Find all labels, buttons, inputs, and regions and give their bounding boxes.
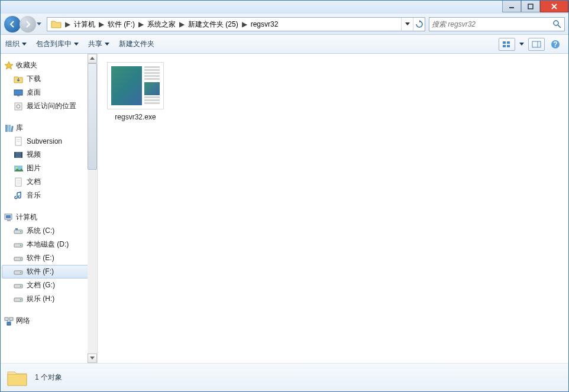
- libraries-icon: [4, 124, 14, 133]
- svg-rect-5: [507, 41, 510, 44]
- svg-rect-22: [14, 152, 22, 158]
- svg-rect-18: [11, 125, 13, 131]
- document-icon: [14, 137, 23, 146]
- chevron-down-icon: [74, 43, 79, 46]
- refresh-button[interactable]: [413, 18, 425, 31]
- maximize-button[interactable]: [521, 1, 540, 12]
- share-menu[interactable]: 共享: [88, 39, 109, 49]
- sidebar-item-drive-e[interactable]: 软件 (E:): [2, 251, 93, 265]
- minimize-button[interactable]: [502, 1, 521, 12]
- video-icon: [14, 150, 23, 160]
- include-in-library-menu[interactable]: 包含到库中: [36, 39, 79, 49]
- sidebar-item-drive-g[interactable]: 文档 (G:): [2, 278, 93, 292]
- file-thumbnail: [107, 62, 164, 109]
- svg-point-42: [20, 272, 21, 273]
- sidebar-item-drive-d[interactable]: 本地磁盘 (D:): [2, 238, 93, 251]
- star-icon: [4, 61, 14, 70]
- svg-rect-1: [528, 4, 533, 9]
- sidebar-item-drive-h[interactable]: 娱乐 (H:): [2, 292, 93, 306]
- address-bar[interactable]: ▶ 计算机 ▶ 软件 (F:) ▶ 系统之家 ▶ 新建文件夹 (25) ▶ re…: [47, 17, 425, 31]
- organize-menu[interactable]: 组织: [5, 39, 27, 49]
- libraries-label: 库: [16, 123, 23, 133]
- svg-rect-8: [532, 41, 541, 47]
- sidebar-item-music[interactable]: 音乐: [2, 189, 93, 202]
- breadcrumb-drive[interactable]: 软件 (F:): [105, 18, 137, 31]
- svg-rect-49: [7, 322, 11, 325]
- address-dropdown[interactable]: [401, 18, 413, 31]
- network-label: 网络: [16, 316, 30, 326]
- network-group[interactable]: 网络: [2, 314, 93, 328]
- sidebar-scrollbar[interactable]: [88, 54, 97, 363]
- svg-line-3: [558, 25, 561, 28]
- chevron-right-icon[interactable]: ▶: [241, 20, 248, 28]
- explorer-window: ▶ 计算机 ▶ 软件 (F:) ▶ 系统之家 ▶ 新建文件夹 (25) ▶ re…: [0, 0, 569, 392]
- new-folder-button[interactable]: 新建文件夹: [119, 39, 154, 49]
- tree-label: 文档 (G:): [27, 280, 55, 290]
- back-button[interactable]: [4, 16, 21, 33]
- sidebar-item-videos[interactable]: 视频: [2, 148, 93, 161]
- splitter[interactable]: [94, 54, 98, 363]
- svg-rect-23: [14, 152, 15, 158]
- sidebar-item-recent[interactable]: 最近访问的位置: [2, 99, 93, 113]
- svg-rect-24: [21, 152, 22, 158]
- nav-buttons: [4, 16, 43, 33]
- breadcrumb-computer[interactable]: 计算机: [72, 18, 98, 31]
- computer-group[interactable]: 计算机: [2, 210, 93, 224]
- svg-rect-16: [5, 125, 8, 132]
- network-icon: [4, 316, 14, 326]
- status-count: 1 个对象: [35, 372, 62, 383]
- folder-icon: [7, 368, 28, 387]
- svg-point-38: [20, 245, 21, 246]
- sidebar-item-documents[interactable]: 文档: [2, 175, 93, 189]
- preview-pane-button[interactable]: [528, 38, 545, 51]
- folder-icon: [51, 20, 62, 29]
- svg-point-44: [20, 286, 21, 287]
- drive-icon: [14, 226, 23, 236]
- close-button[interactable]: [540, 1, 568, 12]
- search-icon[interactable]: [552, 20, 562, 29]
- chevron-down-icon: [22, 43, 27, 46]
- drive-icon: [14, 294, 23, 304]
- scroll-down-button[interactable]: [88, 354, 97, 363]
- sidebar-item-downloads[interactable]: 下载: [2, 72, 93, 86]
- tree-label: Subversion: [27, 137, 62, 145]
- sidebar: 收藏夹 下载 桌面 最近访问的位置 库: [1, 54, 94, 363]
- tree-label: 软件 (E:): [27, 253, 54, 263]
- nav-history-dropdown[interactable]: [35, 18, 43, 30]
- svg-rect-17: [8, 125, 11, 132]
- tree-label: 娱乐 (H:): [27, 294, 54, 304]
- sidebar-item-subversion[interactable]: Subversion: [2, 135, 93, 148]
- sidebar-item-drive-c[interactable]: 系统 (C:): [2, 224, 93, 238]
- file-item[interactable]: regsvr32.exe: [107, 62, 164, 121]
- scroll-thumb[interactable]: [88, 63, 97, 170]
- svg-rect-4: [503, 41, 506, 44]
- include-label: 包含到库中: [36, 39, 72, 49]
- libraries-group[interactable]: 库: [2, 121, 93, 135]
- nav-tree: 收藏夹 下载 桌面 最近访问的位置 库: [1, 54, 93, 332]
- view-options-dropdown[interactable]: [518, 38, 526, 51]
- sidebar-item-desktop[interactable]: 桌面: [2, 86, 93, 99]
- breadcrumb-folder-2[interactable]: 新建文件夹 (25): [186, 18, 241, 31]
- sidebar-item-pictures[interactable]: 图片: [2, 161, 93, 175]
- breadcrumb-current[interactable]: regsvr32: [248, 18, 281, 31]
- content-pane[interactable]: regsvr32.exe: [98, 54, 568, 363]
- search-input[interactable]: [432, 20, 552, 28]
- view-options-button[interactable]: [499, 38, 515, 51]
- svg-rect-14: [15, 103, 22, 110]
- sidebar-item-drive-f[interactable]: 软件 (F:): [2, 265, 93, 278]
- svg-rect-36: [15, 228, 18, 230]
- chevron-right-icon[interactable]: ▶: [178, 20, 186, 28]
- tree-label: 图片: [27, 163, 41, 173]
- breadcrumb-folder-1[interactable]: 系统之家: [145, 18, 178, 31]
- chevron-right-icon[interactable]: ▶: [137, 20, 145, 28]
- picture-icon: [14, 164, 23, 173]
- nav-row: ▶ 计算机 ▶ 软件 (F:) ▶ 系统之家 ▶ 新建文件夹 (25) ▶ re…: [1, 14, 568, 35]
- search-box[interactable]: [429, 17, 565, 31]
- chevron-right-icon[interactable]: ▶: [98, 20, 105, 28]
- scroll-up-button[interactable]: [88, 54, 97, 63]
- help-button[interactable]: ?: [547, 38, 564, 51]
- chevron-right-icon[interactable]: ▶: [64, 20, 72, 28]
- favorites-group[interactable]: 收藏夹: [2, 59, 93, 72]
- svg-rect-48: [9, 318, 13, 320]
- forward-button[interactable]: [20, 16, 36, 33]
